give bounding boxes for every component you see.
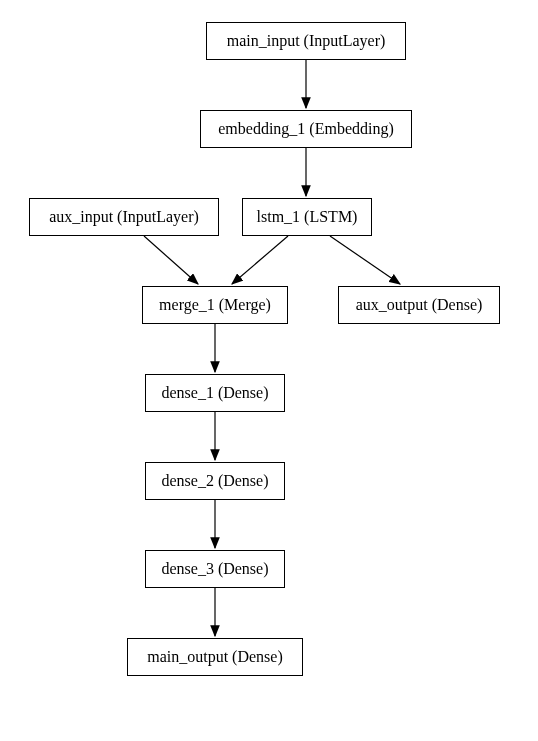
node-merge-1: merge_1 (Merge) bbox=[142, 286, 288, 324]
node-aux-input: aux_input (InputLayer) bbox=[29, 198, 219, 236]
node-main-output: main_output (Dense) bbox=[127, 638, 303, 676]
node-lstm-1: lstm_1 (LSTM) bbox=[242, 198, 372, 236]
node-main-input: main_input (InputLayer) bbox=[206, 22, 406, 60]
edge-lstm-1-merge-1 bbox=[232, 236, 288, 284]
node-dense-2: dense_2 (Dense) bbox=[145, 462, 285, 500]
node-dense-1: dense_1 (Dense) bbox=[145, 374, 285, 412]
node-dense-3: dense_3 (Dense) bbox=[145, 550, 285, 588]
edge-aux-input-merge-1 bbox=[144, 236, 198, 284]
node-embedding-1: embedding_1 (Embedding) bbox=[200, 110, 412, 148]
edge-lstm-1-aux-output bbox=[330, 236, 400, 284]
node-aux-output: aux_output (Dense) bbox=[338, 286, 500, 324]
